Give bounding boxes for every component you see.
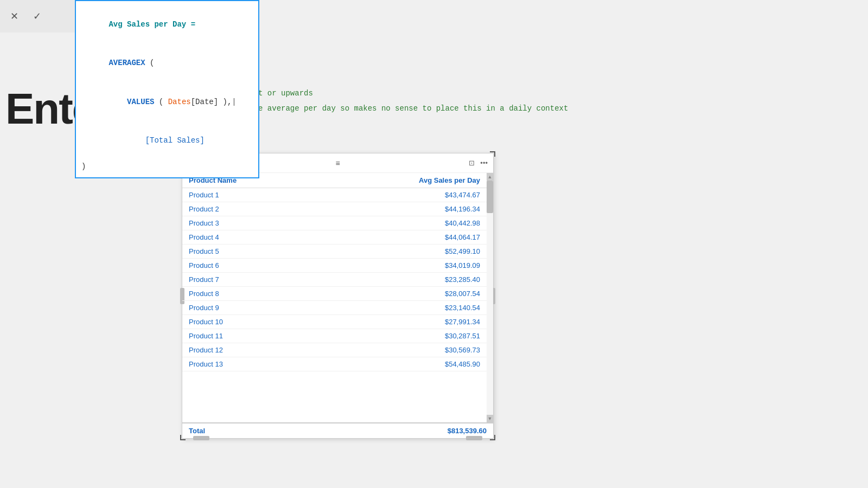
- more-options-icon[interactable]: •••: [480, 159, 488, 167]
- cell-avg-sales: $30,287.51: [320, 329, 487, 343]
- cell-product-name: Product 3: [182, 216, 320, 230]
- cell-avg-sales: $44,064.17: [320, 230, 487, 245]
- table-widget: ≡ ⊡ ••• Product Name Avg Sales per Day P…: [182, 153, 494, 439]
- formula-line-1: Avg Sales per Day =: [81, 5, 253, 44]
- table-footer: Total $813,539.60: [182, 422, 493, 438]
- cell-product-name: Product 13: [182, 357, 320, 371]
- cell-product-name: Product 1: [182, 188, 320, 202]
- resize-handle-bottom-right[interactable]: [466, 436, 482, 440]
- table-row: Product 10 $27,991.34: [182, 315, 493, 329]
- col-avg-sales: Avg Sales per Day: [320, 173, 487, 188]
- cell-avg-sales: $28,007.54: [320, 287, 487, 301]
- cell-product-name: Product 12: [182, 343, 320, 357]
- scrollbar-track: ▲ ▼: [487, 173, 493, 422]
- cell-avg-sales: $44,196.34: [320, 202, 487, 216]
- main-area: ✕ ✓ Avg Sales per Day = AVERAGEX ( VALUE…: [0, 0, 868, 488]
- table-row: Product 2 $44,196.34: [182, 202, 493, 216]
- scrollbar-thumb[interactable]: [487, 181, 493, 213]
- table-row: Product 11 $30,287.51: [182, 329, 493, 343]
- scrollbar-up-button[interactable]: ▲: [487, 173, 493, 181]
- cell-avg-sales: $23,140.54: [320, 301, 487, 315]
- table-container: Product Name Avg Sales per Day Product 1…: [182, 173, 493, 422]
- data-table: Product Name Avg Sales per Day Product 1…: [182, 173, 493, 371]
- table-row: Product 3 $40,442.98: [182, 216, 493, 230]
- table-row: Product 9 $23,140.54: [182, 301, 493, 315]
- formula-line-5: ): [81, 160, 253, 174]
- cell-avg-sales: $23,285.40: [320, 273, 487, 287]
- table-row: Product 13 $54,485.90: [182, 357, 493, 371]
- table-row: Product 6 $34,019.09: [182, 259, 493, 273]
- close-button[interactable]: ✕: [5, 8, 23, 25]
- cell-avg-sales: $52,499.10: [320, 245, 487, 259]
- confirm-button[interactable]: ✓: [28, 8, 46, 25]
- cell-product-name: Product 8: [182, 287, 320, 301]
- corner-handle-bl[interactable]: [180, 435, 186, 440]
- formula-averagex: AVERAGEX: [108, 59, 145, 67]
- scrollbar-down-button[interactable]: ▼: [487, 415, 493, 422]
- cell-product-name: Product 7: [182, 273, 320, 287]
- table-row: Product 1 $43,474.67: [182, 188, 493, 202]
- table-row: Product 7 $23,285.40: [182, 273, 493, 287]
- cell-product-name: Product 10: [182, 315, 320, 329]
- corner-handle-br[interactable]: [490, 435, 495, 440]
- cell-product-name: Product 9: [182, 301, 320, 315]
- cell-product-name: Product 5: [182, 245, 320, 259]
- cell-product-name: Product 2: [182, 202, 320, 216]
- check-icon: ✓: [33, 10, 41, 22]
- cell-product-name: Product 11: [182, 329, 320, 343]
- resize-handle-bottom-left[interactable]: [193, 436, 209, 440]
- table-row: Product 5 $52,499.10: [182, 245, 493, 259]
- cell-avg-sales: $34,019.09: [320, 259, 487, 273]
- expand-icon[interactable]: ⊡: [469, 159, 475, 167]
- toolbar: ✕ ✓: [0, 0, 76, 33]
- cell-avg-sales: $54,485.90: [320, 357, 487, 371]
- cell-avg-sales: $27,991.34: [320, 315, 487, 329]
- formula-line-3: VALUES ( Dates[Date] ),|: [81, 83, 253, 121]
- formula-editor[interactable]: Avg Sales per Day = AVERAGEX ( VALUES ( …: [75, 0, 259, 178]
- cell-avg-sales: $40,442.98: [320, 216, 487, 230]
- table-row: Product 4 $44,064.17: [182, 230, 493, 245]
- total-value: $813,539.60: [448, 427, 487, 435]
- formula-line-2: AVERAGEX (: [81, 44, 253, 82]
- cell-product-name: Product 4: [182, 230, 320, 245]
- widget-header-actions: ⊡ •••: [469, 159, 488, 167]
- table-row: Product 12 $30,569.73: [182, 343, 493, 357]
- cell-avg-sales: $30,569.73: [320, 343, 487, 357]
- formula-measure-name: Avg Sales per Day =: [108, 20, 195, 29]
- total-label: Total: [189, 427, 205, 435]
- cell-avg-sales: $43,474.67: [320, 188, 487, 202]
- table-row: Product 8 $28,007.54: [182, 287, 493, 301]
- cell-product-name: Product 6: [182, 259, 320, 273]
- drag-icon[interactable]: ≡: [335, 159, 340, 168]
- table-body: Product 1 $43,474.67 Product 2 $44,196.3…: [182, 188, 493, 371]
- formula-line-4: [Total Sales]: [81, 121, 253, 160]
- close-icon: ✕: [10, 10, 18, 22]
